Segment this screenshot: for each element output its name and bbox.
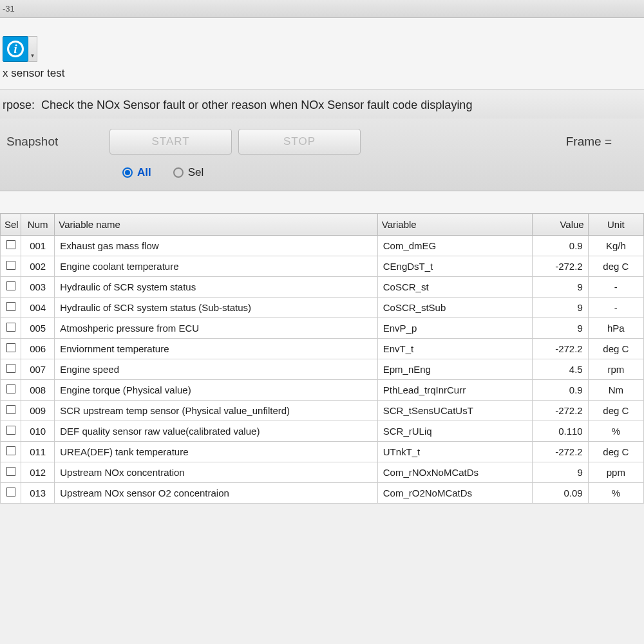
- cell-var: Epm_nEng: [377, 359, 533, 380]
- cell-name: Hydraulic of SCR system status: [55, 277, 378, 298]
- cell-name: Enviornment temperature: [55, 339, 378, 359]
- row-checkbox[interactable]: [6, 405, 15, 414]
- table-row[interactable]: 010DEF quality sensor raw value(calibrat…: [1, 421, 644, 442]
- cell-var: PthLead_trqInrCurr: [377, 380, 533, 401]
- cell-var: CoSCR_stSub: [377, 298, 533, 318]
- table-row[interactable]: 011UREA(DEF) tank temperatureUTnkT_t-272…: [1, 442, 644, 462]
- cell-num: 011: [21, 442, 55, 462]
- cell-num: 007: [21, 359, 55, 380]
- header-sel[interactable]: Sel: [1, 214, 21, 236]
- cell-unit: deg C: [588, 339, 643, 359]
- cell-value: 0.9: [533, 380, 588, 401]
- table-row[interactable]: 006Enviornment temperatureEnvT_t-272.2de…: [1, 339, 644, 359]
- cell-name: Atmoshperic pressure from ECU: [55, 318, 378, 339]
- cell-num: 008: [21, 380, 55, 401]
- table-row[interactable]: 004Hydraulic of SCR system status (Sub-s…: [1, 298, 644, 318]
- row-checkbox[interactable]: [6, 364, 15, 373]
- cell-value: 0.110: [533, 421, 588, 442]
- radio-sel-label: Sel: [188, 166, 204, 179]
- snapshot-label: Snapshot: [6, 135, 109, 149]
- cell-num: 012: [21, 462, 55, 483]
- cell-unit: deg C: [588, 442, 643, 462]
- window-titlebar: -31: [0, 0, 644, 18]
- cell-num: 009: [21, 401, 55, 421]
- table-row[interactable]: 007Engine speedEpm_nEng4.5rpm: [1, 359, 644, 380]
- cell-value: -272.2: [533, 401, 588, 421]
- cell-value: 9: [533, 277, 588, 298]
- table-header-row: Sel Num Variable name Variable Value Uni…: [1, 214, 644, 236]
- radio-all[interactable]: All: [122, 166, 151, 179]
- cell-value: 0.09: [533, 483, 588, 504]
- cell-value: -272.2: [533, 442, 588, 462]
- cell-var: SCR_rULiq: [377, 421, 533, 442]
- row-checkbox[interactable]: [6, 488, 15, 497]
- stop-button[interactable]: STOP: [238, 129, 361, 155]
- row-checkbox[interactable]: [6, 343, 15, 352]
- cell-name: Engine torque (Physical value): [55, 380, 378, 401]
- header-var[interactable]: Variable: [377, 214, 533, 236]
- cell-value: 0.9: [533, 236, 588, 256]
- row-checkbox[interactable]: [6, 446, 15, 455]
- radio-sel[interactable]: Sel: [173, 166, 204, 179]
- header-name[interactable]: Variable name: [55, 214, 378, 236]
- table-row[interactable]: 012Upstream NOx concentrationCom_rNOxNoM…: [1, 462, 644, 483]
- table-row[interactable]: 002Engine coolant temperatureCEngDsT_t-2…: [1, 256, 644, 277]
- toolbar-dropdown[interactable]: ▼: [28, 36, 37, 62]
- cell-var: EnvT_t: [377, 339, 533, 359]
- info-button[interactable]: i: [3, 36, 28, 62]
- cell-num: 006: [21, 339, 55, 359]
- row-checkbox[interactable]: [6, 384, 15, 393]
- radio-row: All Sel: [0, 158, 644, 191]
- cell-num: 013: [21, 483, 55, 504]
- cell-unit: rpm: [588, 359, 643, 380]
- spacer: [0, 191, 644, 213]
- header-num[interactable]: Num: [21, 214, 55, 236]
- header-value[interactable]: Value: [533, 214, 588, 236]
- row-checkbox[interactable]: [6, 240, 15, 249]
- row-checkbox[interactable]: [6, 467, 15, 476]
- table-row[interactable]: 005Atmoshperic pressure from ECUEnvP_p9h…: [1, 318, 644, 339]
- page-subtitle: x sensor test: [0, 62, 644, 85]
- row-checkbox[interactable]: [6, 426, 15, 435]
- cell-var: Com_rO2NoMCatDs: [377, 483, 533, 504]
- toolbar-area: i ▼ x sensor test: [0, 18, 644, 89]
- cell-var: EnvP_p: [377, 318, 533, 339]
- cell-var: CoSCR_st: [377, 277, 533, 298]
- row-checkbox[interactable]: [6, 261, 15, 270]
- cell-name: Upstream NOx concentration: [55, 462, 378, 483]
- cell-name: SCR upstream temp sensor (Physical value…: [55, 401, 378, 421]
- cell-value: 4.5: [533, 359, 588, 380]
- info-icon: i: [7, 41, 24, 57]
- table-row[interactable]: 008Engine torque (Physical value)PthLead…: [1, 380, 644, 401]
- table-row[interactable]: 003Hydraulic of SCR system statusCoSCR_s…: [1, 277, 644, 298]
- cell-unit: Kg/h: [588, 236, 643, 256]
- purpose-text: Check the NOx Sensor fault or other reas…: [41, 99, 472, 111]
- cell-name: UREA(DEF) tank temperature: [55, 442, 378, 462]
- row-checkbox[interactable]: [6, 302, 15, 311]
- cell-value: 9: [533, 298, 588, 318]
- row-checkbox[interactable]: [6, 323, 15, 332]
- cell-name: Exhaust gas mass flow: [55, 236, 378, 256]
- table-row[interactable]: 001Exhaust gas mass flowCom_dmEG0.9Kg/h: [1, 236, 644, 256]
- cell-var: CEngDsT_t: [377, 256, 533, 277]
- cell-unit: %: [588, 483, 643, 504]
- cell-name: Engine coolant temperature: [55, 256, 378, 277]
- table-row[interactable]: 013Upstream NOx sensor O2 concentraionCo…: [1, 483, 644, 504]
- cell-unit: deg C: [588, 401, 643, 421]
- table-row[interactable]: 009SCR upstream temp sensor (Physical va…: [1, 401, 644, 421]
- start-button[interactable]: START: [109, 129, 232, 155]
- cell-name: Upstream NOx sensor O2 concentraion: [55, 483, 378, 504]
- cell-value: 9: [533, 462, 588, 483]
- cell-num: 004: [21, 298, 55, 318]
- cell-unit: %: [588, 421, 643, 442]
- header-unit[interactable]: Unit: [588, 214, 643, 236]
- cell-unit: hPa: [588, 318, 643, 339]
- cell-unit: deg C: [588, 256, 643, 277]
- row-checkbox[interactable]: [6, 281, 15, 290]
- cell-var: UTnkT_t: [377, 442, 533, 462]
- radio-dot-icon: [122, 167, 133, 178]
- cell-name: DEF quality sensor raw value(calibrated …: [55, 421, 378, 442]
- cell-unit: Nm: [588, 380, 643, 401]
- controls-row: Snapshot START STOP Frame =: [0, 118, 644, 158]
- cell-name: Engine speed: [55, 359, 378, 380]
